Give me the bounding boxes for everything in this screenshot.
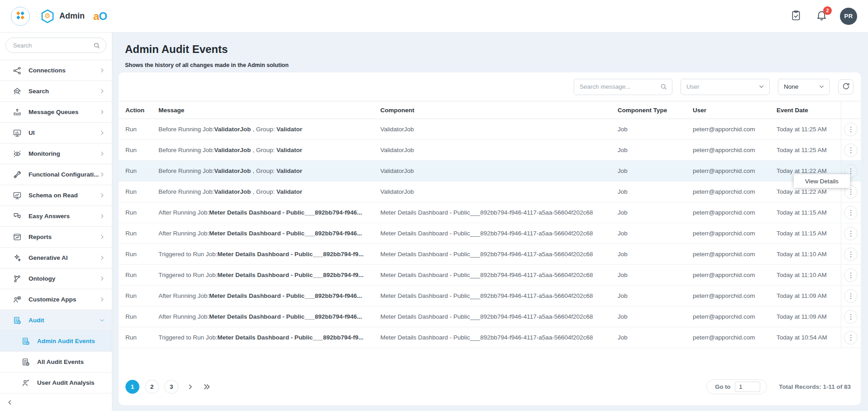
reports-icon (12, 232, 22, 242)
kebab-dots-icon: ⋮ (848, 251, 854, 258)
last-page-button[interactable] (202, 382, 211, 391)
cell-action: Run (119, 244, 158, 265)
table-row[interactable]: RunAfter Running Job:Meter Details Dashb… (119, 223, 861, 244)
column-header-message: Message (158, 101, 380, 119)
user-avatar[interactable]: PR (840, 8, 857, 25)
sidebar-item-generative-ai[interactable]: Generative AI (0, 248, 112, 268)
cell-component: Meter Details Dashboard - Public___892bb… (380, 244, 618, 265)
easy-answers-icon (12, 211, 22, 221)
row-actions-kebab-button[interactable]: ⋮ (844, 123, 858, 136)
cell-event-date: Today at 11:10 AM (777, 265, 841, 286)
table-row[interactable]: RunAfter Running Job:Meter Details Dashb… (119, 202, 861, 223)
cell-user: peterr@apporchid.com (693, 161, 777, 182)
row-actions-kebab-button[interactable]: ⋮ (844, 289, 858, 303)
cell-component-type: Job (618, 265, 693, 286)
sidebar-item-schema-on-read[interactable]: Schema on Read (0, 185, 112, 206)
sidebar-subitem-label: All Audit Events (37, 358, 84, 365)
sidebar-item-message-queues[interactable]: Message Queues (0, 102, 112, 123)
sidebar-item-audit[interactable]: Audit (0, 310, 112, 331)
chevron-right-icon (99, 254, 106, 261)
sidebar-item-label: Reports (29, 234, 99, 240)
total-records-label: Total Records: 1-11 of 83 (779, 383, 851, 390)
sidebar-item-ui[interactable]: UI (0, 123, 112, 143)
notifications-button[interactable]: 2 (815, 10, 828, 23)
sidebar-search-input[interactable] (13, 42, 93, 49)
user-filter-select[interactable]: User (681, 79, 770, 95)
chevron-right-icon (99, 88, 106, 95)
sidebar-item-connections[interactable]: Connections (0, 60, 112, 81)
sidebar-item-functional-configurati[interactable]: Functional Configurati... (0, 164, 112, 185)
sidebar-item-label: Connections (29, 67, 99, 74)
search-home-icon (12, 86, 22, 96)
row-actions-kebab-button[interactable]: ⋮ (844, 331, 858, 344)
table-row[interactable]: RunAfter Running Job:Meter Details Dashb… (119, 286, 861, 306)
cell-message: Triggered to Run Job:Meter Details Dashb… (158, 244, 380, 265)
cell-component: ValidatorJob (380, 182, 618, 202)
sidebar-item-customize-apps[interactable]: Customize Apps (0, 289, 112, 310)
sidebar-subitem-all-audit-events[interactable]: All Audit Events (0, 352, 112, 373)
kebab-dots-icon: ⋮ (848, 188, 854, 195)
table-row[interactable]: RunAfter Running Job:Meter Details Dashb… (119, 306, 861, 327)
sidebar-collapse-button[interactable] (0, 396, 112, 411)
refresh-button[interactable] (838, 79, 854, 95)
sidebar-item-label: Monitoring (29, 150, 99, 157)
sidebar-item-monitoring[interactable]: Monitoring (0, 143, 112, 164)
cell-component-type: Job (618, 286, 693, 306)
cell-message: After Running Job:Meter Details Dashboar… (158, 223, 380, 244)
sidebar-subitem-user-audit-analysis[interactable]: User Audit Analysis (0, 373, 112, 393)
table-row[interactable]: RunBefore Running Job:ValidatorJob , Gro… (119, 140, 861, 161)
cell-message: Before Running Job:ValidatorJob , Group:… (158, 161, 380, 182)
chevron-down-icon (818, 83, 825, 90)
row-actions-kebab-button[interactable]: ⋮ (844, 227, 858, 240)
table-row[interactable]: RunTriggered to Run Job:Meter Details Da… (119, 327, 861, 348)
cell-component: Meter Details Dashboard - Public___892bb… (380, 202, 618, 223)
row-actions-kebab-button[interactable]: ⋮ (844, 143, 858, 157)
page-button-1[interactable]: 1 (125, 380, 139, 394)
cell-message: Triggered to Run Job:Meter Details Dashb… (158, 327, 380, 348)
table-row[interactable]: RunBefore Running Job:ValidatorJob , Gro… (119, 119, 861, 140)
cell-component: Meter Details Dashboard - Public___892bb… (380, 265, 618, 286)
sort-select[interactable]: None (778, 79, 830, 95)
sidebar-item-search[interactable]: Search (0, 81, 112, 102)
table-row[interactable]: RunTriggered to Run Job:Meter Details Da… (119, 265, 861, 286)
goto-page-input[interactable] (735, 382, 760, 392)
table-row[interactable]: RunBefore Running Job:ValidatorJob , Gro… (119, 182, 861, 202)
page-button-3[interactable]: 3 (164, 380, 178, 394)
top-header: ⚙ Admin aO 2 PR (0, 0, 868, 33)
message-search-input[interactable] (580, 83, 660, 90)
chevron-left-icon (6, 399, 14, 408)
row-actions-kebab-button[interactable]: ⋮ (844, 268, 858, 282)
table-header-row: Action Message Component Component Type … (119, 101, 861, 119)
app-title: Admin (59, 11, 85, 21)
cell-action: Run (119, 140, 158, 161)
view-details-menu-item[interactable]: View Details (805, 178, 839, 185)
cell-user: peterr@apporchid.com (693, 119, 777, 140)
table-row[interactable]: RunTriggered to Run Job:Meter Details Da… (119, 244, 861, 265)
goto-label: Go to (715, 383, 730, 390)
row-actions-kebab-button[interactable]: ⋮ (844, 206, 858, 220)
sidebar-item-label: Message Queues (29, 109, 99, 115)
page-button-2[interactable]: 2 (145, 380, 159, 394)
tasks-clipboard-button[interactable] (789, 10, 803, 23)
table-body: RunBefore Running Job:ValidatorJob , Gro… (119, 119, 861, 348)
row-actions-kebab-button[interactable]: ⋮ (844, 248, 858, 261)
sidebar-item-easy-answers[interactable]: Easy Answers (0, 206, 112, 227)
cell-event-date: Today at 11:15 AM (777, 202, 841, 223)
row-actions-kebab-button[interactable]: ⋮ (844, 310, 858, 324)
cell-action: Run (119, 265, 158, 286)
cell-event-date: Today at 10:54 AM (777, 327, 841, 348)
cell-component-type: Job (618, 306, 693, 327)
sidebar-item-ontology[interactable]: Ontology (0, 268, 112, 289)
page-subtitle: Shows the history of all changes made in… (125, 62, 868, 68)
sidebar-subitem-admin-audit-events[interactable]: Admin Audit Events (0, 331, 112, 352)
table-row[interactable]: RunBefore Running Job:ValidatorJob , Gro… (119, 161, 861, 182)
user-audit-icon (21, 378, 31, 388)
app-launcher-button[interactable] (11, 7, 30, 26)
column-header-action: Action (119, 101, 158, 119)
sidebar-item-label: Search (29, 88, 99, 95)
row-context-menu: View Details (794, 174, 850, 188)
next-page-button[interactable] (187, 383, 194, 391)
sidebar-item-reports[interactable]: Reports (0, 227, 112, 248)
cell-user: peterr@apporchid.com (693, 306, 777, 327)
cell-component: ValidatorJob (380, 161, 618, 182)
